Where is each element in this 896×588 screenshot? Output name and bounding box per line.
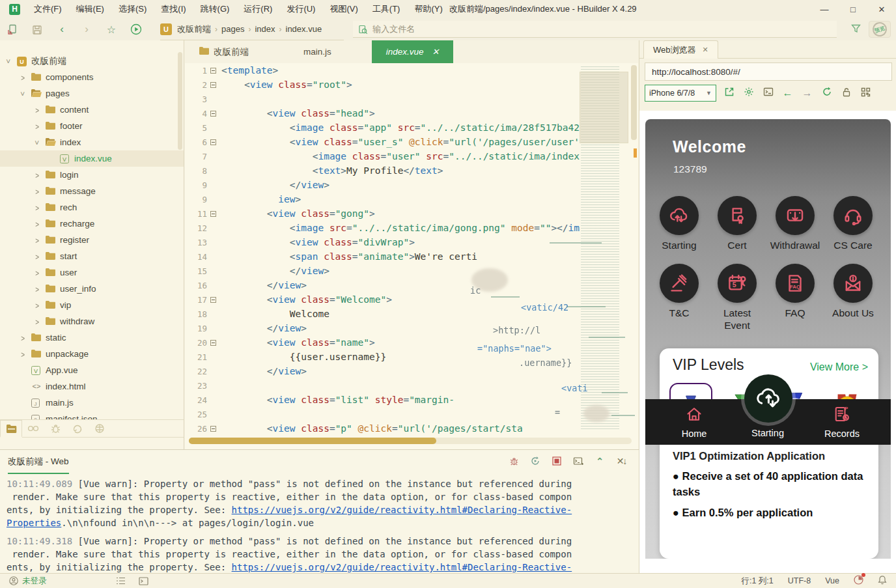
- browser-forward-icon[interactable]: →: [800, 87, 814, 99]
- chevron-collapsed-icon[interactable]: >: [35, 317, 39, 326]
- device-select[interactable]: iPhone 6/7/8▼: [645, 85, 716, 102]
- collapse-panel-icon[interactable]: ⌃: [594, 455, 606, 467]
- console-output[interactable]: 10:11:49.089 [Vue warn]: Property or met…: [7, 479, 632, 573]
- chevron-expanded-icon[interactable]: >: [5, 59, 12, 63]
- filter-icon[interactable]: [851, 24, 861, 35]
- feature-latest-event[interactable]: 5Latest Event: [710, 264, 764, 331]
- fold-marker-icon[interactable]: [210, 211, 216, 217]
- tree-item-footer[interactable]: >footer: [0, 118, 184, 134]
- feature-faq[interactable]: FAQFAQ: [768, 264, 822, 319]
- chevron-expanded-icon[interactable]: >: [19, 91, 27, 95]
- nav-home[interactable]: Home: [658, 404, 730, 439]
- tree-item-content[interactable]: >content: [0, 102, 184, 118]
- console-icon[interactable]: [761, 87, 775, 100]
- tree-item-start[interactable]: >start: [0, 248, 184, 264]
- refresh-icon[interactable]: [820, 87, 833, 100]
- browser-tab[interactable]: Web浏览器 ✕: [643, 40, 718, 59]
- console-link[interactable]: Properties: [7, 518, 61, 528]
- editor-tab-main.js[interactable]: main.js: [289, 40, 346, 63]
- editor-vertical-scrollbar[interactable]: [631, 65, 637, 436]
- menu-工具(T)[interactable]: 工具(T): [365, 4, 408, 14]
- chevron-collapsed-icon[interactable]: >: [21, 73, 25, 82]
- save-icon[interactable]: [25, 23, 49, 35]
- editor-tab-index.vue[interactable]: index.vue✕: [372, 40, 454, 63]
- browser-back-icon[interactable]: ←: [781, 87, 794, 99]
- menu-视图(V)[interactable]: 视图(V): [322, 4, 365, 14]
- tree-item-register[interactable]: >register: [0, 232, 184, 248]
- menu-帮助(Y)[interactable]: 帮助(Y): [407, 4, 449, 14]
- tree-item-pages[interactable]: >pages: [0, 85, 184, 102]
- tree-item-unpackage[interactable]: >unpackage: [0, 346, 184, 362]
- tree-item-index[interactable]: >index: [0, 134, 184, 150]
- menu-运行(R)[interactable]: 运行(R): [236, 4, 279, 14]
- chevron-collapsed-icon[interactable]: >: [35, 171, 39, 180]
- chevron-collapsed-icon[interactable]: >: [35, 236, 39, 245]
- chevron-collapsed-icon[interactable]: >: [35, 285, 39, 294]
- back-icon[interactable]: ‹: [49, 23, 74, 36]
- terminal-status-icon[interactable]: [139, 577, 148, 585]
- menu-发行(U)[interactable]: 发行(U): [279, 4, 322, 14]
- feature-about-us[interactable]: About Us: [826, 264, 880, 319]
- file-search-box[interactable]: [353, 21, 837, 38]
- menu-选择(S)[interactable]: 选择(S): [111, 4, 154, 14]
- console-link[interactable]: https://vuejs.org/v2/guide/reactivity.ht…: [232, 505, 572, 515]
- editor-horizontal-scrollbar[interactable]: [189, 438, 632, 444]
- forward-icon[interactable]: ›: [74, 23, 99, 36]
- menu-编辑(E)[interactable]: 编辑(E): [69, 4, 111, 14]
- code-area[interactable]: 1<template>2 <view class="root">34 <view…: [185, 63, 638, 438]
- fold-marker-icon[interactable]: [210, 139, 216, 145]
- feature-starting[interactable]: Starting: [652, 196, 707, 251]
- tree-item-user_info[interactable]: >user_info: [0, 281, 184, 297]
- debug-bug-icon[interactable]: [508, 455, 520, 467]
- settings-gear-icon[interactable]: [742, 87, 755, 100]
- starting-fab-button[interactable]: [744, 374, 792, 423]
- tree-item-components[interactable]: >components: [0, 69, 184, 85]
- tree-item-manifest.json[interactable]: {}manifest.json: [0, 411, 184, 420]
- console-link[interactable]: https://vuejs.org/v2/guide/reactivity.ht…: [232, 562, 572, 572]
- file-search-input[interactable]: [372, 24, 808, 34]
- qrcode-icon[interactable]: [859, 87, 873, 100]
- tree-item-recharge[interactable]: >recharge: [0, 216, 184, 232]
- tree-item-改版前端[interactable]: >U改版前端: [0, 53, 184, 69]
- tree-item-rech[interactable]: >rech: [0, 199, 184, 216]
- restart-icon[interactable]: [529, 455, 541, 467]
- chevron-collapsed-icon[interactable]: >: [35, 122, 39, 131]
- outline-list-icon[interactable]: [116, 577, 126, 585]
- minimap-viewport[interactable]: [580, 72, 628, 143]
- chevron-collapsed-icon[interactable]: >: [35, 252, 39, 261]
- chevron-collapsed-icon[interactable]: >: [35, 203, 39, 212]
- vip-view-more-link[interactable]: View More >: [810, 361, 868, 373]
- breadcrumb-item[interactable]: 改版前端: [175, 23, 214, 35]
- menu-跳转(G)[interactable]: 跳转(G): [193, 4, 237, 14]
- feature-cs-care[interactable]: CS Care: [826, 196, 880, 251]
- bug-tab[interactable]: [44, 420, 66, 438]
- console-tab[interactable]: 改版前端 - Web: [8, 456, 69, 474]
- run-icon[interactable]: [124, 23, 148, 36]
- tree-item-user[interactable]: >user: [0, 264, 184, 281]
- fold-marker-icon[interactable]: [210, 340, 216, 346]
- tree-item-index.html[interactable]: <>index.html: [0, 378, 184, 395]
- lock-icon[interactable]: [839, 87, 853, 100]
- tree-item-index.vue[interactable]: Vindex.vue: [0, 150, 184, 167]
- preview-stamp-button[interactable]: 预览: [869, 21, 891, 38]
- sidebar-scrollbar[interactable]: [178, 52, 182, 150]
- open-external-icon[interactable]: [722, 87, 736, 100]
- chevron-collapsed-icon[interactable]: >: [21, 333, 25, 343]
- clear-console-icon[interactable]: ✕↓: [615, 455, 627, 467]
- breadcrumb-item[interactable]: index.vue: [283, 24, 325, 34]
- menu-查找(I)[interactable]: 查找(I): [154, 4, 193, 14]
- tab-close-icon[interactable]: ✕: [432, 47, 440, 57]
- tree-item-static[interactable]: >static: [0, 329, 184, 346]
- chevron-collapsed-icon[interactable]: >: [35, 219, 39, 229]
- feature-cert[interactable]: Cert: [710, 196, 764, 251]
- fold-marker-icon[interactable]: [210, 82, 216, 88]
- breadcrumb-item[interactable]: pages: [219, 24, 247, 34]
- fold-marker-icon[interactable]: [210, 68, 216, 74]
- nav-records[interactable]: PRecords: [806, 404, 878, 439]
- tree-item-login[interactable]: >login: [0, 167, 184, 183]
- tree-item-withdraw[interactable]: >withdraw: [0, 313, 184, 329]
- stop-icon[interactable]: [551, 455, 563, 467]
- minimize-button[interactable]: —: [810, 0, 839, 18]
- fold-marker-icon[interactable]: [210, 111, 216, 117]
- login-status[interactable]: 未登录: [9, 576, 47, 587]
